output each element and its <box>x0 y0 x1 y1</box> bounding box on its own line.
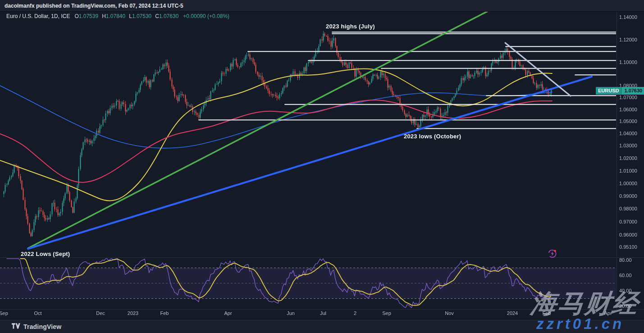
annotation-2022-lows: 2022 Lows (Sept) <box>21 251 70 257</box>
price-tick-label: 1.04000 <box>619 131 637 136</box>
time-tick-label: Apr <box>224 310 232 316</box>
time-tick-label: Oct <box>34 310 41 316</box>
ohlc-close: C1.07630 <box>155 13 178 19</box>
ohlc-low: L1.07530 <box>129 13 151 19</box>
flash-idea-icon[interactable] <box>548 249 557 259</box>
badge-price: 1.07630 <box>621 87 644 95</box>
time-tick-label: Jun <box>287 310 295 316</box>
price-tick-label: 0.97000 <box>619 219 637 224</box>
symbol-title[interactable]: Euro / U.S. Dollar, 1D, ICE <box>6 13 70 19</box>
price-tick-label: 0.98000 <box>619 206 637 211</box>
annotation-2023-lows: 2023 lows (October) <box>404 133 461 140</box>
chart-canvas[interactable] <box>0 0 644 333</box>
time-tick-label: Nov <box>445 310 454 316</box>
rsi-tick-label: 60.00 <box>619 273 632 278</box>
time-tick-label: 2 <box>354 310 356 316</box>
ohlc-open: O1.07539 <box>74 13 98 19</box>
time-tick-label: Sep <box>382 310 391 316</box>
time-tick-label: Feb <box>160 310 169 316</box>
price-tick-label: 1.02000 <box>619 155 637 161</box>
last-price-badge: EURUSD 1.07630 <box>596 87 644 95</box>
price-tick-label: 1.03000 <box>619 143 637 148</box>
price-tick-label: 0.96000 <box>619 232 637 237</box>
price-tick-label: 1.05000 <box>619 119 637 124</box>
tradingview-brand-text[interactable]: TradingView <box>23 323 61 330</box>
time-tick-label: 2023 <box>128 310 138 316</box>
price-tick-label: 1.00000 <box>619 181 637 186</box>
tradingview-snapshot: dacolmanfx published on TradingView.com,… <box>0 0 644 333</box>
tradingview-logo-icon[interactable] <box>12 323 20 330</box>
time-tick-label: 2024 <box>507 310 518 316</box>
attribution-text: dacolmanfx published on TradingView.com,… <box>5 3 183 9</box>
time-tick-label: Dec <box>96 310 105 316</box>
price-tick-label: 1.07000 <box>619 95 637 100</box>
price-tick-label: 1.06000 <box>619 107 637 112</box>
attribution-bar: dacolmanfx published on TradingView.com,… <box>0 0 644 12</box>
watermark-url: zzrt01.cn <box>536 315 624 333</box>
change-value: +0.00090 (+0.08%) <box>183 13 229 19</box>
lightning-bolt-icon <box>551 251 554 256</box>
symbol-legend[interactable]: Euro / U.S. Dollar, 1D, ICEO1.07539H1.07… <box>6 13 229 19</box>
rsi-tick-label: 80.00 <box>619 257 632 263</box>
price-tick-label: 1.14000 <box>619 14 637 20</box>
price-tick-label: 1.01000 <box>619 168 637 173</box>
price-tick-label: 1.10000 <box>619 59 637 65</box>
badge-symbol: EURUSD <box>596 87 621 95</box>
price-tick-label: 1.12000 <box>619 37 637 42</box>
notification-dot <box>554 250 556 252</box>
ohlc-high: H1.07840 <box>102 13 125 19</box>
price-tick-label: 0.99000 <box>619 193 637 199</box>
price-tick-label: 0.95100 <box>619 244 637 250</box>
time-tick-label: Jul <box>320 310 326 316</box>
annotation-2023-highs: 2023 highs (July) <box>326 23 375 30</box>
time-tick-label: Sep <box>0 310 8 316</box>
